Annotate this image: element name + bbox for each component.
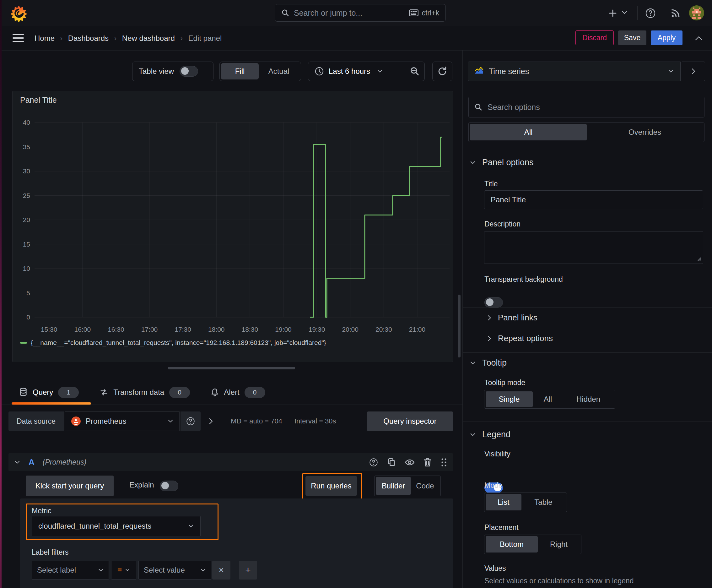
mode-table-option[interactable]: Table: [521, 494, 565, 510]
delete-query-button[interactable]: [424, 458, 432, 467]
transparent-bg-toggle[interactable]: [484, 297, 503, 308]
query-ref-id[interactable]: A: [28, 457, 35, 467]
legend-section-header[interactable]: Legend: [470, 430, 511, 439]
add-new-button[interactable]: [606, 7, 619, 19]
fill-option[interactable]: Fill: [221, 63, 259, 80]
tab-alert[interactable]: Alert 0: [211, 380, 265, 404]
tab-transform-data[interactable]: Transform data 0: [100, 380, 190, 404]
remove-filter-button[interactable]: ×: [212, 561, 231, 580]
breadcrumb-home[interactable]: Home: [35, 34, 55, 43]
code-option[interactable]: Code: [411, 477, 439, 495]
query-datasource-hint: (Prometheus): [43, 458, 86, 466]
discard-button[interactable]: Discard: [576, 30, 614, 45]
metric-label: Metric: [32, 507, 51, 515]
breadcrumb: Home › Dashboards › New dashboard › Edit…: [35, 26, 222, 50]
tooltip-section-header[interactable]: Tooltip: [470, 358, 507, 368]
news-button[interactable]: [669, 7, 682, 19]
metric-select[interactable]: cloudflared_tunnel_total_requests: [32, 516, 201, 536]
search-options-input[interactable]: [487, 102, 698, 112]
tab-all[interactable]: All: [470, 124, 587, 141]
chevron-down-icon: [188, 524, 194, 528]
tooltip-all-option[interactable]: All: [533, 391, 563, 407]
metric-value: cloudflared_tunnel_total_requests: [38, 522, 182, 530]
repeat-options-section[interactable]: Repeat options: [487, 334, 553, 343]
panel-links-section[interactable]: Panel links: [487, 313, 537, 322]
tooltip-single-option[interactable]: Single: [486, 391, 533, 407]
resize-grip-icon[interactable]: [697, 256, 702, 261]
scrollbar-thumb[interactable]: [458, 295, 460, 357]
grip-dots-icon: [440, 458, 447, 467]
mega-menu-button[interactable]: [11, 31, 25, 45]
svg-text:20: 20: [23, 216, 30, 223]
mode-list-option[interactable]: List: [486, 494, 521, 510]
apply-button[interactable]: Apply: [651, 30, 683, 45]
breadcrumb-dashboards[interactable]: Dashboards: [68, 34, 109, 43]
kick-start-query-button[interactable]: Kick start your query: [26, 476, 114, 496]
visualization-picker[interactable]: Time series: [468, 62, 681, 81]
svg-text:19:00: 19:00: [275, 326, 292, 333]
run-queries-button[interactable]: Run queries: [305, 476, 357, 496]
query-options-expander[interactable]: [201, 412, 220, 431]
explain-toggle[interactable]: [160, 481, 178, 491]
help-button[interactable]: [644, 7, 657, 19]
collapse-header-button[interactable]: [693, 33, 705, 44]
datasource-label: Data source: [8, 412, 64, 431]
time-range-picker[interactable]: Last 6 hours: [308, 67, 405, 76]
panel-description-input[interactable]: [484, 231, 703, 264]
tab-query[interactable]: Query 1: [19, 380, 79, 404]
operator-value: =: [117, 566, 122, 574]
query-builder-card: Metric cloudflared_tunnel_total_requests…: [20, 499, 453, 588]
svg-text:18:00: 18:00: [208, 326, 225, 333]
tooltip-hidden-option[interactable]: Hidden: [563, 391, 614, 407]
zoom-out-time-button[interactable]: [405, 62, 425, 81]
time-series-chart[interactable]: 051015202530354015:3016:0016:3017:0017:3…: [15, 110, 451, 339]
query-inspector-button[interactable]: Query inspector: [367, 412, 453, 431]
search-options-field[interactable]: [468, 97, 705, 118]
placement-right-option[interactable]: Right: [538, 536, 580, 552]
chevron-down-icon: [125, 568, 130, 572]
query-row-header[interactable]: A (Prometheus): [8, 453, 453, 471]
placement-label: Placement: [484, 523, 519, 532]
duplicate-query-button[interactable]: [387, 458, 396, 467]
chevron-down-icon[interactable]: [14, 460, 20, 465]
datasource-select[interactable]: Prometheus: [65, 412, 179, 431]
select-value-dropdown[interactable]: Select value: [138, 561, 211, 580]
database-icon: [19, 387, 28, 397]
toggle-query-visibility-button[interactable]: [405, 458, 415, 466]
add-filter-button[interactable]: +: [239, 561, 257, 580]
label-filters-label: Label filters: [32, 548, 69, 556]
tab-overrides[interactable]: Overrides: [587, 124, 703, 141]
panel-resize-handle[interactable]: [168, 367, 295, 370]
breadcrumb-new-dashboard[interactable]: New dashboard: [122, 34, 175, 43]
actual-option[interactable]: Actual: [259, 67, 299, 76]
select-label-dropdown[interactable]: Select label: [32, 561, 109, 580]
builder-option[interactable]: Builder: [376, 477, 411, 495]
fill-actual-switcher: Fill Actual: [219, 62, 301, 81]
tooltip-title: Tooltip: [482, 358, 507, 368]
operator-dropdown[interactable]: =: [111, 561, 136, 580]
grafana-logo-icon[interactable]: [11, 4, 27, 22]
add-new-chevron[interactable]: [621, 10, 628, 15]
legend-mode-label: Mode: [484, 481, 503, 490]
placement-bottom-option[interactable]: Bottom: [486, 536, 538, 552]
svg-text:16:00: 16:00: [74, 326, 91, 333]
search-icon: [474, 103, 482, 111]
panel-title-input[interactable]: [484, 190, 703, 209]
chevron-right-icon: [487, 335, 492, 342]
table-view-toggle[interactable]: [179, 66, 198, 77]
search-placeholder: Search or jump to...: [294, 8, 405, 18]
refresh-button[interactable]: [432, 62, 452, 81]
collapse-options-button[interactable]: [682, 62, 705, 81]
user-avatar[interactable]: [689, 5, 705, 21]
global-search-input[interactable]: Search or jump to... ctrl+k: [275, 4, 446, 22]
save-button[interactable]: Save: [618, 30, 646, 45]
legend-row[interactable]: {__name__="cloudflared_tunnel_total_requ…: [20, 339, 326, 346]
chart-panel[interactable]: Panel Title 051015202530354015:3016:0016…: [12, 91, 453, 362]
datasource-help-button[interactable]: [180, 412, 201, 431]
query-help-button[interactable]: [369, 458, 378, 467]
drag-query-handle[interactable]: [440, 458, 447, 467]
query-options-interval[interactable]: Interval = 30s: [295, 412, 336, 431]
section-divider: [463, 307, 712, 308]
query-options-stats[interactable]: MD = auto = 704: [231, 412, 282, 431]
panel-options-section-header[interactable]: Panel options: [470, 158, 534, 167]
